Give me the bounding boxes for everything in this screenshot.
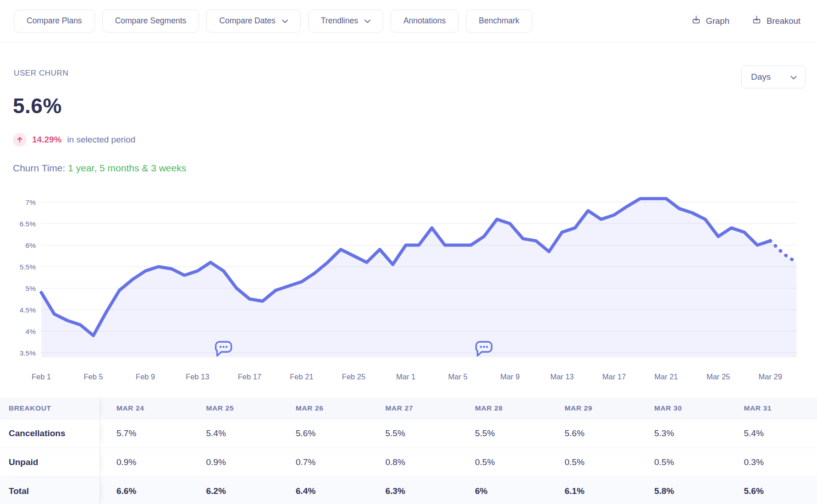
- toolbar: Compare PlansCompare SegmentsCompare Dat…: [0, 0, 817, 42]
- arrow-up-icon: [13, 133, 27, 147]
- column-header-mar-26: MAR 26: [279, 404, 369, 412]
- chevron-down-icon: [282, 16, 288, 26]
- cell-value: 6.1%: [548, 486, 638, 496]
- cell-value: 5.6%: [728, 486, 817, 496]
- x-axis-label: Feb 5: [83, 373, 103, 381]
- breakout-table: BREAKOUTMAR 24MAR 25MAR 26MAR 27MAR 28MA…: [0, 398, 817, 504]
- row-label: Cancellations: [0, 419, 100, 448]
- cell-value: 0.3%: [728, 457, 817, 467]
- cell-value: 0.9%: [190, 457, 280, 467]
- export-breakout-button[interactable]: Breakout: [749, 14, 803, 28]
- x-axis-label: Mar 29: [759, 373, 782, 381]
- column-header-mar-30: MAR 30: [638, 404, 728, 412]
- toolbar-button-compare-segments[interactable]: Compare Segments: [102, 10, 199, 33]
- cell-value: 0.7%: [279, 457, 369, 467]
- cell-value: 5.5%: [369, 428, 459, 438]
- x-axis-label: Mar 13: [550, 373, 574, 381]
- column-header-mar-31: MAR 31: [728, 404, 817, 412]
- toolbar-button-label: Compare Plans: [27, 16, 82, 26]
- breakout-table-title: BREAKOUT: [0, 398, 100, 419]
- y-axis-label: 6.5%: [20, 220, 36, 228]
- row-label: Unpaid: [0, 448, 100, 477]
- metric-title: USER CHURN: [14, 69, 68, 78]
- export-label: Graph: [706, 16, 729, 26]
- column-header-mar-29: MAR 29: [548, 404, 638, 412]
- cell-value: 5.4%: [190, 428, 280, 438]
- churn-chart[interactable]: 7%6.5%6%5.5%5%4.5%4%3.5%Feb 1Feb 5Feb 9F…: [0, 183, 817, 389]
- toolbar-button-compare-dates[interactable]: Compare Dates: [206, 10, 301, 33]
- table-row-unpaid: Unpaid0.9%0.9%0.7%0.8%0.5%0.5%0.5%0.3%: [0, 448, 817, 477]
- x-axis-label: Feb 25: [342, 373, 365, 381]
- cell-value: 0.9%: [100, 457, 190, 467]
- churn-time: Churn Time: 1 year, 5 months & 3 weeks: [13, 163, 186, 174]
- toolbar-button-trendlines[interactable]: Trendlines: [308, 10, 383, 33]
- x-axis-label: Mar 25: [707, 373, 730, 381]
- churn-time-label: Churn Time:: [13, 163, 65, 173]
- toolbar-button-label: Benchmark: [479, 16, 519, 26]
- cell-value: 0.5%: [458, 457, 548, 467]
- change-note: in selected period: [67, 135, 135, 145]
- column-header-mar-28: MAR 28: [458, 404, 548, 412]
- metric-change: 14.29% in selected period: [13, 133, 135, 147]
- toolbar-button-label: Compare Segments: [115, 16, 187, 26]
- y-axis-label: 4.5%: [20, 306, 36, 314]
- cell-value: 5.5%: [458, 428, 548, 438]
- cell-value: 0.8%: [369, 457, 459, 467]
- x-axis-label: Feb 1: [32, 373, 51, 381]
- toolbar-button-label: Compare Dates: [219, 16, 276, 26]
- user-churn-dashboard: Compare PlansCompare SegmentsCompare Dat…: [0, 0, 817, 504]
- toolbar-button-compare-plans[interactable]: Compare Plans: [14, 10, 95, 33]
- x-axis-label: Mar 5: [448, 373, 468, 381]
- y-axis-label: 5.5%: [20, 263, 36, 271]
- breakout-table-header: BREAKOUTMAR 24MAR 25MAR 26MAR 27MAR 28MA…: [0, 398, 817, 419]
- table-row-cancellations: Cancellations5.7%5.4%5.6%5.5%5.5%5.6%5.3…: [0, 419, 817, 448]
- interval-select-value: Days: [751, 72, 771, 82]
- cell-value: 5.3%: [638, 428, 728, 438]
- cell-value: 0.5%: [548, 457, 638, 467]
- y-axis-label: 7%: [26, 198, 36, 206]
- download-icon: [691, 15, 701, 27]
- cell-value: 6%: [458, 486, 548, 496]
- metric-value: 5.6%: [13, 93, 62, 118]
- cell-value: 6.4%: [279, 486, 369, 496]
- x-axis-label: Mar 17: [602, 373, 626, 381]
- x-axis-label: Mar 21: [654, 373, 678, 381]
- toolbar-button-benchmark[interactable]: Benchmark: [466, 10, 532, 33]
- column-header-mar-27: MAR 27: [369, 404, 459, 412]
- export-label: Breakout: [767, 16, 800, 26]
- column-header-mar-24: MAR 24: [100, 404, 190, 412]
- interval-select[interactable]: Days: [741, 66, 806, 88]
- x-axis-label: Mar 1: [396, 373, 415, 381]
- x-axis-label: Feb 21: [290, 373, 313, 381]
- x-axis-label: Feb 13: [186, 373, 209, 381]
- export-graph-button[interactable]: Graph: [688, 14, 732, 28]
- row-label: Total: [0, 477, 100, 504]
- x-axis-label: Feb 17: [238, 373, 261, 381]
- table-row-total: Total6.6%6.2%6.4%6.3%6%6.1%5.8%5.6%: [0, 477, 817, 504]
- y-axis-label: 6%: [26, 241, 36, 249]
- cell-value: 5.4%: [728, 428, 817, 438]
- cell-value: 6.3%: [369, 486, 459, 496]
- x-axis-label: Mar 9: [500, 373, 519, 381]
- cell-value: 5.8%: [638, 486, 728, 496]
- y-axis-label: 3.5%: [20, 349, 36, 357]
- toolbar-button-annotations[interactable]: Annotations: [391, 10, 458, 33]
- churn-time-value: 1 year, 5 months & 3 weeks: [68, 163, 186, 173]
- cell-value: 6.6%: [100, 486, 190, 496]
- chevron-down-icon: [790, 72, 797, 82]
- column-header-mar-25: MAR 25: [190, 404, 280, 412]
- cell-value: 5.6%: [548, 428, 638, 438]
- cell-value: 0.5%: [638, 457, 728, 467]
- change-percent: 14.29%: [32, 135, 61, 145]
- cell-value: 5.7%: [100, 428, 190, 438]
- y-axis-label: 4%: [26, 328, 36, 335]
- toolbar-buttons: Compare PlansCompare SegmentsCompare Dat…: [14, 10, 532, 33]
- churn-chart-svg: 7%6.5%6%5.5%5%4.5%4%3.5%Feb 1Feb 5Feb 9F…: [0, 183, 817, 389]
- cell-value: 5.6%: [279, 428, 369, 438]
- chevron-down-icon: [364, 16, 370, 26]
- toolbar-button-label: Trendlines: [321, 16, 358, 26]
- y-axis-label: 5%: [26, 285, 36, 292]
- export-actions: GraphBreakout: [688, 14, 803, 28]
- area-fill: [41, 198, 796, 357]
- cell-value: 6.2%: [190, 486, 280, 496]
